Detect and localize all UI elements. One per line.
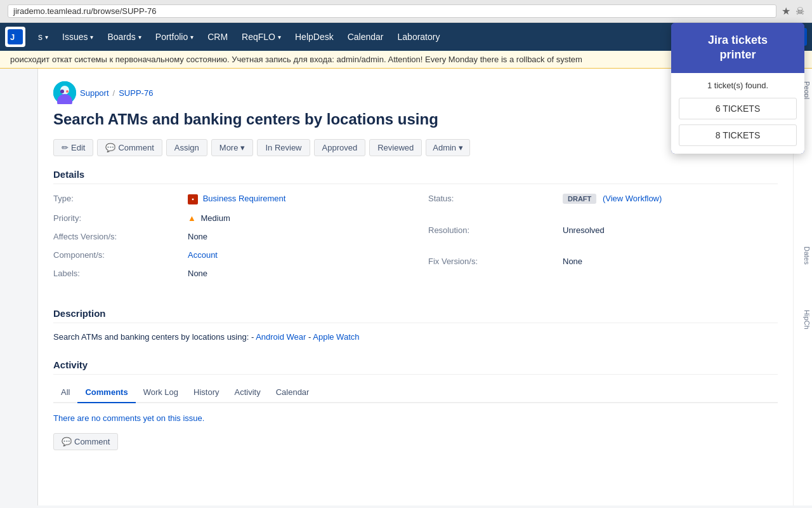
- dates-label: Dates: [803, 246, 811, 265]
- left-sidebar: [0, 69, 38, 505]
- comment-icon: 💬: [105, 143, 115, 152]
- details-columns: Type: ▪ Business Requirement Priority: ▲…: [53, 192, 778, 293]
- reviewed-label: Reviewed: [377, 143, 414, 152]
- more-button[interactable]: More ▾: [211, 139, 254, 156]
- status-label: Status:: [428, 192, 555, 218]
- assign-button[interactable]: Assign: [166, 139, 207, 156]
- fix-version-label: Fix Version/s:: [428, 255, 555, 281]
- edit-icon: ✏: [62, 143, 69, 152]
- comment-label: Comment: [118, 143, 154, 152]
- type-icon: ▪: [188, 194, 198, 204]
- svg-point-6: [66, 90, 69, 93]
- admin-button[interactable]: Admin ▾: [426, 139, 470, 156]
- view-workflow-link[interactable]: (View Workflow): [603, 194, 662, 203]
- labels-label: Labels:: [53, 267, 180, 280]
- chevron-down-icon: ▾: [138, 34, 141, 41]
- breadcrumb-separator: /: [113, 88, 115, 98]
- component-value: Account: [188, 248, 403, 262]
- in-review-button[interactable]: In Review: [257, 139, 310, 156]
- banner-text: роисходит откат системы к первоначальном…: [10, 55, 582, 64]
- affects-label: Affects Version/s:: [53, 230, 180, 243]
- description-section: Description Search ATMs and banking cent…: [53, 308, 778, 344]
- breadcrumb-issue-id[interactable]: SUPP-76: [119, 88, 153, 98]
- issue-title: Search ATMs and banking centers by locat…: [53, 109, 778, 129]
- nav-label-portfolio: Portfolio: [155, 32, 188, 42]
- breadcrumb-project[interactable]: Support: [80, 88, 109, 98]
- nav-item-issues[interactable]: Issues ▾: [56, 23, 100, 51]
- tab-all[interactable]: All: [53, 382, 77, 403]
- priority-label: Priority:: [53, 211, 180, 225]
- nav-label-helpdesk: HelpDesk: [295, 32, 334, 42]
- nav-item-crm[interactable]: CRM: [201, 23, 234, 51]
- assign-label: Assign: [174, 143, 199, 152]
- details-right: Status: DRAFT (View Workflow) Resolution…: [428, 192, 778, 280]
- apple-watch-link[interactable]: Apple Watch: [313, 332, 359, 342]
- more-label: More: [219, 143, 239, 152]
- action-bar: ✏ Edit 💬 Comment Assign More ▾ In Review…: [53, 139, 778, 156]
- tab-work-log[interactable]: Work Log: [136, 382, 186, 403]
- activity-section: Activity All Comments Work Log History A…: [53, 359, 778, 450]
- jira-tickets-printer-popup: Jira ticketsprinter 1 ticket(s) found. 6…: [671, 23, 804, 154]
- status-badge: DRAFT: [563, 194, 596, 204]
- chevron-down-icon: ▾: [90, 34, 93, 41]
- extension-icon[interactable]: ☠: [796, 5, 804, 17]
- tab-history[interactable]: History: [186, 382, 226, 403]
- star-icon[interactable]: ★: [782, 5, 790, 17]
- comment-icon: 💬: [62, 437, 72, 446]
- eight-tickets-button[interactable]: 8 TICKETS: [679, 124, 797, 146]
- chevron-down-icon: ▾: [278, 34, 281, 41]
- no-comments-text: There are no comments yet on this issue.: [53, 413, 778, 423]
- nav-label-reqflo: ReqFLO: [242, 32, 275, 42]
- six-tickets-button[interactable]: 6 TICKETS: [679, 98, 797, 119]
- status-value: DRAFT (View Workflow): [563, 192, 778, 218]
- reviewed-button[interactable]: Reviewed: [369, 139, 422, 156]
- activity-tabs: All Comments Work Log History Activity C…: [53, 382, 778, 403]
- comment-button[interactable]: 💬 Comment: [97, 139, 162, 156]
- bottom-comment-button[interactable]: 💬 Comment: [53, 433, 118, 450]
- popup-body: 1 ticket(s) found. 6 TICKETS 8 TICKETS: [671, 73, 804, 154]
- tab-activity[interactable]: Activity: [227, 382, 268, 403]
- component-label: Component/s:: [53, 248, 180, 262]
- type-link[interactable]: Business Requirement: [203, 194, 286, 203]
- approved-button[interactable]: Approved: [314, 139, 366, 156]
- in-review-label: In Review: [265, 143, 301, 152]
- bottom-comment-label: Comment: [74, 437, 110, 446]
- jira-logo: J: [5, 27, 25, 47]
- nav-item-calendar[interactable]: Calendar: [341, 23, 390, 51]
- svg-text:J: J: [10, 32, 15, 42]
- edit-button[interactable]: ✏ Edit: [53, 139, 93, 156]
- priority-icon: ▲: [188, 213, 196, 223]
- edit-label: Edit: [71, 143, 85, 152]
- nav-item-laboratory[interactable]: Laboratory: [391, 23, 447, 51]
- chevron-down-icon: ▾: [240, 143, 245, 152]
- priority-value: ▲ Medium: [188, 211, 403, 225]
- affects-value: None: [188, 230, 403, 243]
- tab-comments[interactable]: Comments: [77, 382, 135, 403]
- nav-item-reqflo[interactable]: ReqFLO ▾: [235, 23, 287, 51]
- nav-label-issues: Issues: [62, 32, 88, 42]
- nav-label-boards: Boards: [107, 32, 135, 42]
- chevron-down-icon: ▾: [459, 143, 463, 152]
- svg-point-5: [60, 90, 64, 93]
- nav-item-boards[interactable]: Boards ▾: [101, 23, 147, 51]
- description-text: Search ATMs and banking centers by locat…: [53, 331, 778, 344]
- chevron-down-icon: ▾: [190, 34, 193, 41]
- priority-text: Medium: [201, 213, 230, 223]
- popup-header: Jira ticketsprinter: [671, 23, 804, 73]
- popup-found-text: 1 ticket(s) found.: [679, 81, 797, 90]
- details-left: Type: ▪ Business Requirement Priority: ▲…: [53, 192, 403, 280]
- nav-item-helpdesk[interactable]: HelpDesk: [289, 23, 340, 51]
- type-value: ▪ Business Requirement: [188, 192, 403, 206]
- details-section: Details Type: ▪ Business Requirement Pri…: [53, 169, 778, 293]
- nav-label-crm: CRM: [207, 32, 228, 42]
- nav-item-portfolio[interactable]: Portfolio ▾: [149, 23, 200, 51]
- address-bar: jirademo.teamlead.ru/browse/SUPP-76 ★ ☠: [0, 0, 812, 23]
- nav-item-s[interactable]: s ▾: [32, 23, 55, 51]
- url-bar[interactable]: jirademo.teamlead.ru/browse/SUPP-76: [8, 4, 776, 18]
- android-wear-link[interactable]: Android Wear: [256, 332, 306, 342]
- nav-label-s: s: [38, 32, 43, 42]
- approved-label: Approved: [322, 143, 358, 152]
- tab-calendar[interactable]: Calendar: [268, 382, 317, 403]
- popup-title: Jira ticketsprinter: [708, 34, 768, 61]
- component-link[interactable]: Account: [188, 250, 218, 260]
